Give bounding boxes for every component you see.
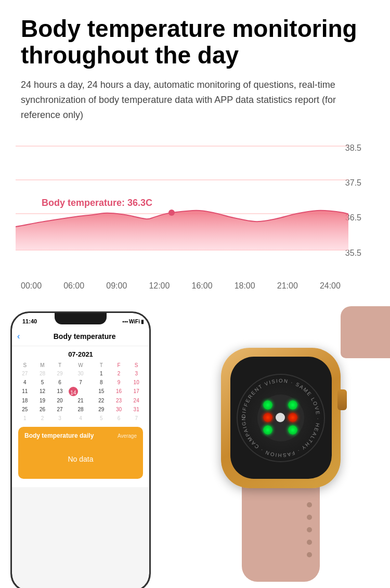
x-label-18: 18:00 bbox=[235, 281, 255, 291]
calendar-month: 07-2021 bbox=[16, 350, 145, 358]
band-holes bbox=[307, 502, 312, 557]
cal-header-f: F bbox=[110, 361, 128, 369]
cal-header-t1: T bbox=[51, 361, 69, 369]
phone-mockup: 11:40 ▪▪▪ WiFi ▮ ‹ Body temperature 07-2… bbox=[10, 311, 151, 588]
calendar-grid: S M T W T F S 27 bbox=[16, 361, 145, 423]
phone-nav-title: Body temperature bbox=[25, 332, 144, 341]
sensor-dot-green-2 bbox=[288, 400, 297, 410]
x-axis: 00:00 06:00 09:00 12:00 16:00 18:00 21:0… bbox=[21, 281, 369, 296]
table-row: 27 28 29 30 1 2 3 bbox=[16, 369, 145, 378]
sensor-dot-center bbox=[276, 413, 285, 422]
band-hole-2 bbox=[307, 515, 312, 520]
table-row: 1 2 3 4 5 6 7 bbox=[16, 414, 145, 423]
x-label-6: 06:00 bbox=[63, 281, 84, 291]
sensor-dot-red-1 bbox=[263, 413, 272, 422]
sensor-dot-empty-2 bbox=[276, 425, 285, 435]
temp-reading: Body temperature: 36.3C bbox=[42, 198, 152, 208]
daily-temperature-card: Body temperature daily Average No data bbox=[18, 427, 143, 479]
watch-case: DIFFERENT VISION · SAME LOVE · HEALTHY ·… bbox=[221, 348, 341, 488]
no-data-label: No data bbox=[24, 455, 137, 463]
cal-header-m: M bbox=[34, 361, 51, 369]
devices-section: 11:40 ▪▪▪ WiFi ▮ ‹ Body temperature 07-2… bbox=[0, 296, 390, 588]
daily-card-average: Average bbox=[118, 433, 137, 439]
band-hole-4 bbox=[307, 540, 312, 545]
cal-header-w: W bbox=[69, 361, 93, 369]
cal-header-s1: S bbox=[16, 361, 34, 369]
x-label-9: 09:00 bbox=[106, 281, 127, 291]
x-label-0: 00:00 bbox=[21, 281, 42, 291]
sensor-dot-red-2 bbox=[288, 413, 297, 422]
phone-notch bbox=[55, 313, 107, 324]
cal-header-t2: T bbox=[93, 361, 110, 369]
chart-section: 38.5 37.5 36.5 35.5 bbox=[0, 138, 390, 296]
temp-data-point bbox=[168, 210, 175, 216]
subtitle: 24 hours a day, 24 hours a day, automati… bbox=[21, 77, 369, 122]
phone-nav-bar: ‹ Body temperature bbox=[12, 328, 149, 346]
sensor-dot-green-1 bbox=[263, 400, 272, 410]
phone-signal: ▪▪▪ WiFi ▮ bbox=[122, 319, 144, 324]
phone-time: 11:40 bbox=[22, 318, 37, 324]
watch-crown bbox=[337, 389, 347, 410]
x-label-16: 16:00 bbox=[192, 281, 213, 291]
back-arrow-icon: ‹ bbox=[17, 332, 20, 341]
table-row: 11 12 13 14 15 16 17 bbox=[16, 387, 145, 397]
page-container: Body temperature monitoring throughout t… bbox=[0, 0, 390, 588]
cal-header-s2: S bbox=[127, 361, 145, 369]
main-title: Body temperature monitoring throughout t… bbox=[21, 16, 369, 68]
band-hole-3 bbox=[307, 527, 312, 532]
watch-band-top bbox=[341, 306, 390, 358]
band-hole-1 bbox=[307, 502, 312, 507]
sensor-circle: DIFFERENT VISION · SAME LOVE · HEALTHY ·… bbox=[237, 374, 325, 462]
phone-screen: 11:40 ▪▪▪ WiFi ▮ ‹ Body temperature 07-2… bbox=[12, 313, 149, 588]
x-label-24: 24:00 bbox=[320, 281, 341, 291]
table-row: 4 5 6 7 8 9 10 bbox=[16, 378, 145, 387]
x-label-12: 12:00 bbox=[149, 281, 170, 291]
sensor-dot-green-4 bbox=[288, 425, 297, 435]
x-label-21: 21:00 bbox=[277, 281, 298, 291]
sensor-dot-empty-1 bbox=[276, 400, 285, 410]
table-row: 25 26 27 28 29 30 31 bbox=[16, 405, 145, 414]
daily-card-title: Body temperature daily bbox=[24, 432, 94, 439]
temperature-chart: Body temperature: 36.3C bbox=[16, 141, 374, 271]
table-row: 18 19 20 21 22 23 24 bbox=[16, 396, 145, 405]
watch-mockup: DIFFERENT VISION · SAME LOVE · HEALTHY ·… bbox=[182, 306, 380, 588]
sensor-dots-grid bbox=[263, 400, 298, 436]
band-hole-5 bbox=[307, 552, 312, 557]
watch-screen: DIFFERENT VISION · SAME LOVE · HEALTHY ·… bbox=[230, 357, 332, 479]
watch-band-bottom bbox=[242, 478, 320, 582]
sensor-center bbox=[257, 395, 304, 441]
daily-card-header: Body temperature daily Average bbox=[24, 432, 137, 439]
header-section: Body temperature monitoring throughout t… bbox=[0, 0, 390, 138]
sensor-dot-green-3 bbox=[263, 425, 272, 435]
phone-content: 07-2021 S M T W T F S bbox=[12, 346, 149, 488]
